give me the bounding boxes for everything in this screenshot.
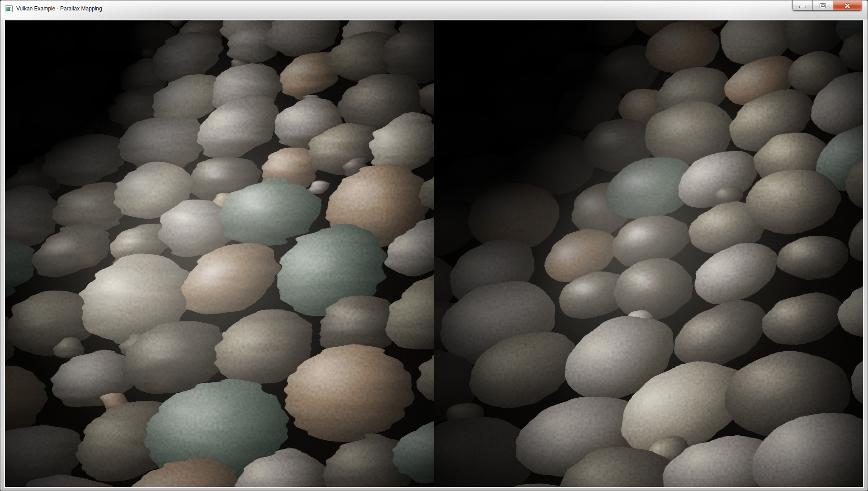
minimize-button[interactable] [793,0,813,10]
window-title: Vulkan Example - Parallax Mapping [16,5,102,12]
minimize-icon [800,6,806,8]
viewport-left[interactable] [5,20,434,487]
render-canvas-left [5,20,434,487]
app-icon-glyph [6,7,10,11]
render-canvas-right [434,20,863,487]
maximize-icon [820,4,826,8]
app-window: Vulkan Example - Parallax Mapping [0,0,868,491]
window-frame [4,19,864,488]
window-controls [792,0,862,11]
titlebar[interactable]: Vulkan Example - Parallax Mapping [0,0,868,19]
app-icon-detail [10,7,11,8]
maximize-button[interactable] [813,0,833,10]
close-button[interactable] [833,0,862,10]
screen: Vulkan Example - Parallax Mapping [0,0,868,491]
viewport-right[interactable] [434,20,863,487]
close-icon [844,3,851,9]
app-icon [5,5,13,12]
render-area [4,19,864,488]
